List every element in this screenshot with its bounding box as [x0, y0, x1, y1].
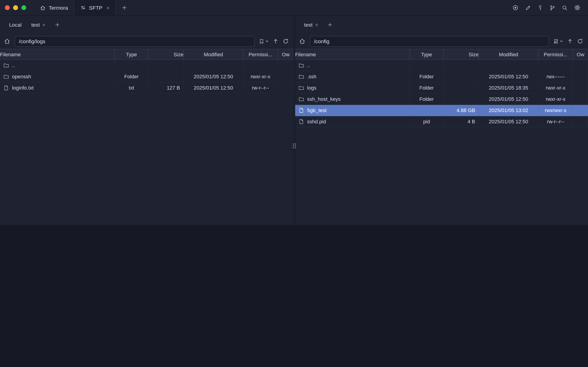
left-file-table: ..opensshFolder2025/01/05 12:50rwxr-xr-x… [0, 60, 294, 225]
folder-icon [3, 74, 9, 79]
bookmark-icon [259, 38, 264, 44]
filename-cell: ssh_host_keys [295, 94, 410, 105]
column-header-owner[interactable]: Ow [573, 49, 588, 60]
close-tab-icon[interactable]: × [315, 22, 318, 27]
home-icon[interactable] [299, 38, 306, 45]
file-row[interactable]: opensshFolder2025/01/05 12:50rwxr-xr-x [0, 71, 294, 83]
tab-sftp[interactable]: SFTP × [74, 0, 116, 15]
titlebar: Termora SFTP × [0, 0, 588, 16]
size-cell [444, 71, 479, 83]
pane-tab-label: Local [9, 22, 22, 28]
owner-cell [573, 116, 588, 127]
permissions-cell: rw-r--r-- [539, 116, 573, 127]
type-cell [115, 60, 148, 71]
titlebar-actions [512, 0, 588, 15]
file-row[interactable]: logsFolder2025/01/05 18:35rwxr-xr-x [295, 83, 588, 94]
tab-sftp-label: SFTP [89, 5, 102, 11]
search-icon[interactable] [562, 5, 568, 11]
file-icon [3, 85, 9, 91]
file-icon [298, 108, 304, 113]
pane-tab-label: test [304, 22, 313, 28]
file-row[interactable]: sshd.pidpid4 B2025/01/05 12:50rw-r--r-- [295, 116, 588, 127]
file-panes: Localtest× Filena [0, 16, 588, 225]
file-row[interactable]: ssh_host_keysFolder2025/01/05 12:50rwxr-… [295, 94, 588, 105]
new-pane-tab-button[interactable] [324, 20, 336, 29]
pane-tab-test[interactable]: test× [300, 19, 322, 30]
folder-icon [3, 62, 9, 68]
column-header-type[interactable]: Type [115, 49, 148, 60]
new-pane-tab-button[interactable] [51, 20, 63, 29]
owner-cell [278, 71, 294, 83]
column-header-permissions[interactable]: Permissi... [243, 49, 278, 60]
column-header-filename[interactable]: Filename [295, 49, 410, 60]
owner-cell [278, 60, 294, 71]
key-icon[interactable] [537, 5, 543, 10]
filename-text: .ssh [307, 74, 316, 79]
column-header-owner[interactable]: Ow [278, 49, 294, 60]
type-cell: Folder [410, 94, 444, 105]
filename-cell: .. [295, 60, 410, 71]
up-directory-button[interactable] [567, 38, 573, 44]
size-cell: 127 B [148, 83, 184, 94]
modified-cell: 2025/01/05 13:02 [479, 105, 538, 116]
type-cell: pid [410, 116, 444, 127]
column-header-permissions[interactable]: Permissi... [539, 49, 573, 60]
owner-cell [573, 71, 588, 83]
new-window-tab-button[interactable] [116, 0, 133, 15]
close-window-button[interactable] [5, 5, 10, 10]
tab-termora[interactable]: Termora [34, 0, 74, 15]
type-cell: Folder [115, 71, 148, 83]
file-row[interactable]: 5gb_test4.88 GB2025/01/05 13:02rwxrwxr-x [295, 105, 588, 116]
settings-icon[interactable] [574, 5, 581, 11]
permissions-cell: rwxr-xr-x [243, 71, 278, 83]
path-input[interactable] [310, 36, 549, 47]
file-row[interactable]: loginfo.txttxt127 B2025/01/05 12:50rw-r-… [0, 83, 294, 94]
file-row[interactable]: .. [295, 60, 588, 71]
up-directory-button[interactable] [273, 38, 279, 44]
filename-text: logs [307, 85, 316, 91]
folder-icon [298, 96, 304, 102]
termora-window: Termora SFTP × [0, 0, 588, 225]
folder-icon [298, 85, 304, 91]
file-row[interactable]: .sshFolder2025/01/05 12:50rwx------ [295, 71, 588, 83]
local-pane: Localtest× Filena [0, 16, 294, 225]
modified-cell: 2025/01/05 12:50 [479, 116, 538, 127]
refresh-button[interactable] [283, 38, 289, 44]
type-cell: Folder [410, 71, 444, 83]
chevron-down-icon [560, 40, 563, 43]
home-icon[interactable] [4, 38, 10, 45]
filename-cell: sshd.pid [295, 116, 410, 127]
path-input[interactable] [15, 36, 255, 47]
minimize-window-button[interactable] [13, 5, 18, 10]
filename-text: openssh [12, 74, 31, 79]
bookmark-button[interactable] [553, 38, 563, 44]
column-header-size[interactable]: Size [148, 49, 184, 60]
column-header-modified[interactable]: Modified [479, 49, 538, 60]
file-row[interactable]: .. [0, 60, 294, 71]
folder-icon [298, 74, 304, 79]
size-cell [444, 94, 479, 105]
filename-text: loginfo.txt [12, 85, 34, 91]
pane-splitter[interactable] [294, 16, 295, 225]
bookmark-button[interactable] [259, 38, 268, 44]
permissions-cell: rwx------ [539, 71, 573, 83]
remote-pane: test× FilenameTyp [295, 16, 588, 225]
refresh-button[interactable] [577, 38, 583, 44]
close-tab-icon[interactable]: × [42, 22, 45, 27]
close-tab-icon[interactable]: × [107, 5, 110, 11]
pane-tab-local[interactable]: Local [5, 19, 25, 30]
size-cell [148, 71, 184, 83]
column-header-filename[interactable]: Filename [0, 49, 115, 60]
permissions-cell [539, 60, 573, 71]
pane-tab-test[interactable]: test× [28, 19, 49, 30]
column-header-modified[interactable]: Modified [184, 49, 243, 60]
column-header-size[interactable]: Size [444, 49, 479, 60]
owner-cell [278, 83, 294, 94]
size-cell [444, 60, 479, 71]
edit-icon[interactable] [525, 5, 531, 11]
branch-icon[interactable] [549, 5, 555, 11]
right-file-table: ...sshFolder2025/01/05 12:50rwx------log… [295, 60, 588, 225]
zoom-window-button[interactable] [21, 5, 26, 10]
column-header-type[interactable]: Type [410, 49, 444, 60]
record-icon[interactable] [512, 5, 519, 11]
